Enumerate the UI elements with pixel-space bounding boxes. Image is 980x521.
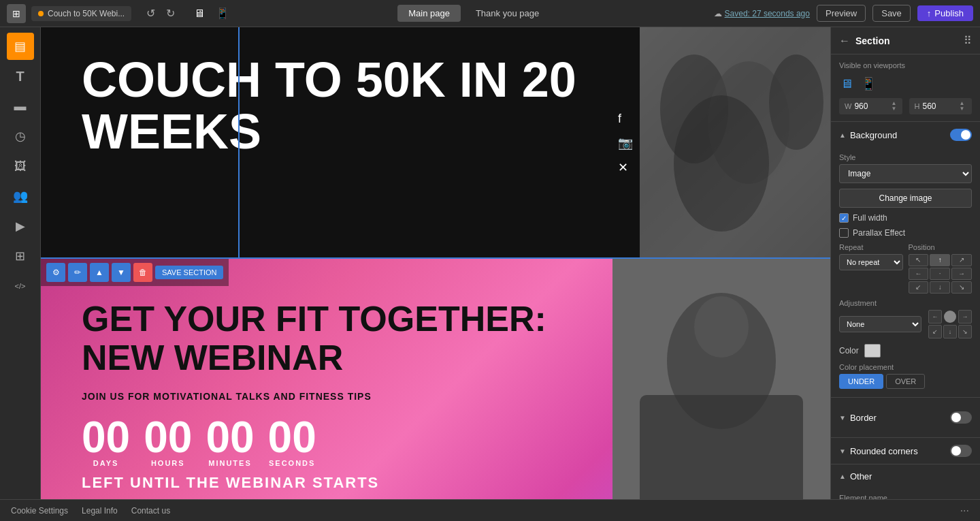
background-header[interactable]: ▲ Background [831, 122, 980, 148]
canvas-area[interactable]: COUCH TO 50K IN 20 WEEKS f 📷 ✕ [41, 27, 830, 499]
tool-users[interactable]: 👥 [7, 183, 34, 210]
section-hero[interactable]: COUCH TO 50K IN 20 WEEKS f 📷 ✕ [41, 27, 830, 259]
tool-layout[interactable]: ⊞ [7, 242, 34, 270]
width-down-btn[interactable]: ▼ [891, 106, 896, 112]
device-controls: 🖥 📱 [190, 5, 233, 21]
seconds-counter: 00 SECONDS [268, 415, 316, 467]
border-header[interactable]: ▼ Border [839, 405, 972, 430]
webinar-bw-image [612, 259, 830, 499]
desktop-viewport-btn[interactable]: 🖥 [839, 75, 854, 93]
legal-info-link[interactable]: Legal Info [82, 506, 118, 516]
panel-back-button[interactable]: ← [839, 35, 850, 47]
undo-button[interactable]: ↺ [142, 5, 159, 21]
width-spinners: ▲ ▼ [891, 101, 896, 112]
logo-icon[interactable]: ⊞ [7, 4, 26, 23]
background-toggle[interactable] [950, 129, 972, 141]
repeat-label: Repeat [839, 243, 903, 251]
minutes-value: 00 [206, 415, 254, 459]
twitter-icon[interactable]: ✕ [618, 160, 633, 175]
full-width-checkbox[interactable]: ✓ [839, 213, 849, 223]
pos-top-left[interactable]: ↖ [909, 254, 929, 266]
pos-top-center[interactable]: ↑ [930, 254, 950, 266]
adj-right-btn[interactable]: → [958, 310, 972, 323]
adj-down-btn[interactable]: ↓ [943, 325, 957, 338]
tool-video[interactable]: ▶ [7, 212, 34, 240]
tool-divider[interactable]: ▬ [7, 93, 34, 120]
instagram-icon[interactable]: 📷 [618, 136, 633, 151]
pos-top-right[interactable]: ↗ [951, 254, 972, 266]
move-down-btn[interactable]: ▼ [112, 263, 131, 282]
pos-bot-left[interactable]: ↙ [909, 281, 929, 294]
rounded-corners-toggle[interactable] [950, 445, 972, 457]
edit-toolbar-btn[interactable]: ✏ [68, 263, 87, 282]
mobile-view-button[interactable]: 📱 [212, 5, 233, 21]
thank-you-page-tab[interactable]: Thank you page [465, 5, 550, 22]
style-select[interactable]: Image Color Gradient Video [839, 164, 972, 183]
main-page-tab[interactable]: Main page [397, 5, 461, 22]
tool-timer[interactable]: ◷ [7, 123, 34, 150]
adjustment-select[interactable]: None Cover Contain [839, 316, 921, 332]
pos-bot-center[interactable]: ↓ [930, 281, 950, 294]
page-tabs: Main page Thank you page [239, 5, 708, 22]
publish-button[interactable]: ↑ Publish [917, 5, 973, 21]
hero-headline: COUCH TO 50K IN 20 WEEKS [82, 54, 599, 157]
desktop-view-button[interactable]: 🖥 [190, 5, 209, 21]
more-options-btn[interactable]: ··· [960, 505, 969, 517]
change-image-button[interactable]: Change image [839, 189, 972, 208]
adj-left-btn[interactable]: ← [928, 310, 942, 323]
settings-toolbar-btn[interactable]: ⚙ [46, 263, 65, 282]
redo-button[interactable]: ↻ [162, 5, 179, 21]
color-label: Color [839, 346, 859, 356]
color-swatch[interactable] [864, 344, 881, 358]
border-title: Border [850, 413, 877, 423]
background-header-left: ▲ Background [839, 130, 897, 140]
hero-text-block: COUCH TO 50K IN 20 WEEKS [41, 27, 640, 259]
delete-section-btn[interactable]: 🗑 [133, 263, 152, 282]
save-section-btn[interactable]: SAVE SECTION [155, 266, 223, 279]
right-panel: ← Section ⠿ Visible on viewports 🖥 📱 W ▲… [830, 27, 980, 499]
mobile-viewport-btn[interactable]: 📱 [860, 75, 877, 93]
width-input[interactable] [854, 101, 888, 111]
parallax-checkbox[interactable] [839, 228, 849, 238]
contact-us-link[interactable]: Contact us [131, 506, 170, 516]
tool-image[interactable]: 🖼 [7, 153, 34, 180]
countdown-timer: 00 DAYS 00 HOURS 00 MINUTES 00 [82, 415, 585, 467]
webinar-headline: GET YOUR FIT TOGETHER: NEW WEBINAR [82, 300, 585, 377]
adj-diag-right[interactable]: ↘ [958, 325, 972, 338]
adj-diag-left[interactable]: ↙ [928, 325, 942, 338]
svg-point-8 [694, 296, 749, 358]
tool-code[interactable]: </> [7, 272, 34, 300]
placement-over-btn[interactable]: OVER [886, 374, 925, 389]
placement-under-btn[interactable]: UNDER [839, 374, 883, 389]
height-down-btn[interactable]: ▼ [959, 106, 964, 112]
panel-grid-button[interactable]: ⠿ [964, 34, 972, 47]
border-toggle[interactable] [950, 411, 972, 424]
move-up-btn[interactable]: ▲ [90, 263, 109, 282]
border-header-left: ▼ Border [839, 413, 877, 423]
cookie-settings-link[interactable]: Cookie Settings [11, 506, 68, 516]
tool-text[interactable]: T [7, 63, 34, 90]
section-webinar[interactable]: ⚙ ✏ ▲ ▼ 🗑 SAVE SECTION GET YOUR FIT TOGE… [41, 259, 830, 499]
preview-button[interactable]: Preview [817, 5, 866, 22]
webinar-image [612, 259, 830, 499]
other-header[interactable]: ▲ Other [831, 464, 980, 488]
height-spinners: ▲ ▼ [959, 101, 964, 112]
height-input[interactable] [922, 101, 956, 111]
save-button[interactable]: Save [872, 5, 911, 22]
page-tab-item[interactable]: Couch to 50K Webi... [31, 6, 131, 21]
tool-sections[interactable]: ▤ [7, 33, 34, 60]
left-sidebar: ▤ T ▬ ◷ 🖼 👥 ▶ ⊞ </> [0, 27, 41, 499]
section-toolbar: ⚙ ✏ ▲ ▼ 🗑 SAVE SECTION [41, 259, 229, 286]
viewport-icons: 🖥 📱 [839, 75, 972, 93]
repeat-select[interactable]: No repeat Repeat Repeat-X Repeat-Y [839, 254, 903, 270]
pos-mid-left[interactable]: ← [909, 268, 929, 280]
background-collapse-arrow: ▲ [839, 131, 846, 139]
pos-bot-right[interactable]: ↘ [951, 281, 972, 294]
facebook-icon[interactable]: f [618, 112, 633, 126]
background-body: Style Image Color Gradient Video Change … [831, 153, 980, 397]
panel-header: ← Section ⠿ [831, 27, 980, 54]
check-icon: ✓ [841, 215, 847, 222]
rounded-corners-header[interactable]: ▼ Rounded corners [831, 438, 980, 464]
pos-mid-center[interactable]: · [930, 268, 950, 280]
pos-mid-right[interactable]: → [951, 268, 972, 280]
